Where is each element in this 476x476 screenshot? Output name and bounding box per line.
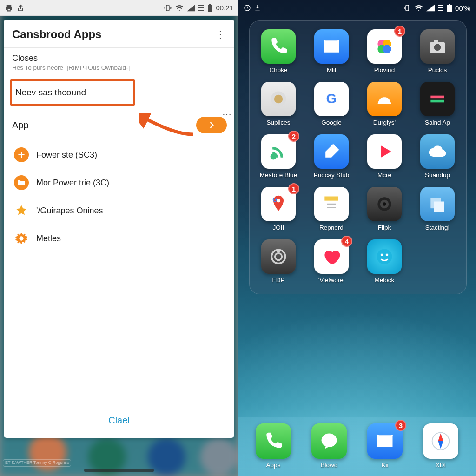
app-mlil[interactable]: Mlil	[305, 29, 357, 73]
app-label: XDI	[436, 462, 446, 469]
list-item[interactable]: '/Guirapes Onines	[6, 197, 232, 225]
app-label: Melock	[375, 277, 395, 284]
status-time: 00'%	[455, 4, 470, 12]
app-label: JOII	[273, 224, 284, 231]
camera-icon	[427, 36, 448, 57]
app-melock[interactable]: Melock	[358, 239, 410, 284]
app-repnerd[interactable]: Repnerd	[305, 187, 357, 231]
app-tile	[314, 134, 349, 169]
vibrate-icon	[403, 4, 411, 12]
app-tile	[261, 239, 296, 274]
rss-icon	[268, 141, 289, 162]
app-saind-ap[interactable]: Saind Ap	[411, 82, 463, 126]
list-item[interactable]: Metles	[6, 225, 232, 252]
wifi-icon	[175, 4, 184, 12]
g-icon: G	[321, 89, 342, 109]
app-stactingi[interactable]: StactingI	[411, 187, 463, 231]
app-label: Flipk	[378, 224, 391, 231]
app-fdp[interactable]: FDP	[252, 239, 304, 284]
notification-badge: 1	[394, 26, 405, 37]
stack-icon	[427, 194, 448, 214]
notification-badge: 1	[288, 183, 299, 194]
highlighted-label: Neev sas thcound	[15, 87, 86, 98]
app-row-label: App	[12, 120, 29, 131]
app-plovind[interactable]: 1Plovind	[358, 29, 410, 73]
app-tile	[314, 29, 349, 64]
app--vielwore-[interactable]: 4'Vielwore'	[305, 239, 357, 284]
app-tile	[367, 239, 402, 274]
app-durglys-[interactable]: Durglys'	[358, 82, 410, 126]
notification-badge: 2	[288, 131, 299, 142]
svg-point-26	[383, 202, 386, 205]
app-tile	[367, 187, 402, 221]
app-suandup[interactable]: Suandup	[411, 134, 463, 178]
app-choke[interactable]: Choke	[252, 29, 304, 73]
svg-point-20	[277, 199, 280, 202]
app-tile	[420, 29, 455, 64]
app-tile	[261, 29, 296, 64]
list-item[interactable]: Fower ste (SC3)	[6, 141, 232, 169]
card-header: Cansbrood Apps ⋮	[4, 20, 234, 48]
play-icon	[374, 141, 395, 162]
footer-button-label: Clael	[108, 415, 130, 425]
envelope-icon	[321, 36, 342, 57]
closes-section[interactable]: Closes Hes To purs heore ][RIMP-IOus Own…	[4, 48, 234, 74]
plus-icon	[14, 147, 29, 162]
app-apps[interactable]: Apps	[256, 423, 291, 469]
app-row[interactable]: App	[4, 106, 234, 138]
app-tile: 2	[261, 134, 296, 169]
vibrate-icon	[164, 4, 172, 12]
star-icon	[14, 203, 29, 218]
app-meatore-blue[interactable]: 2Meatore Blue	[252, 134, 304, 178]
status-time: 00:21	[216, 4, 233, 12]
app-google[interactable]: GGoogle	[305, 82, 357, 126]
svg-point-32	[377, 249, 392, 264]
screenshot-divider	[238, 0, 238, 476]
app-mcre[interactable]: Mcre	[358, 134, 410, 178]
app-label: Durglys'	[373, 119, 396, 126]
app-joii[interactable]: G1JOII	[252, 187, 304, 231]
svg-point-12	[434, 44, 441, 51]
list-item-label: Metles	[36, 234, 61, 244]
phone-icon	[263, 431, 284, 451]
svg-text:G: G	[272, 196, 277, 203]
app-suplices[interactable]: Suplices	[252, 82, 304, 126]
app-flipk[interactable]: Flipk	[358, 187, 410, 231]
svg-rect-13	[434, 40, 438, 42]
envelope-icon	[375, 431, 395, 451]
app-label: 'Vielwore'	[318, 277, 345, 284]
app-tile: 3	[367, 423, 403, 459]
app-pridcay-stub[interactable]: Pridcay Stub	[305, 134, 357, 178]
watermark-badge: ET SAWTHER Tormny C Rogenss	[3, 459, 71, 467]
app-blowd[interactable]: Blowd	[311, 423, 347, 469]
signal-icon	[426, 4, 435, 12]
app-label: Suplices	[266, 119, 290, 126]
app-kii[interactable]: 3Kii	[367, 423, 403, 469]
app-tile: 1	[367, 29, 402, 64]
app-xdi[interactable]: XDI	[423, 423, 458, 469]
app-puclos[interactable]: Puclos	[411, 29, 463, 73]
footer-button[interactable]: Clael	[4, 406, 234, 438]
phone-icon	[268, 36, 289, 57]
app-tile	[367, 134, 402, 169]
maps-icon: G	[268, 194, 289, 214]
status-bar-left: 00:21	[0, 0, 238, 16]
app-label: StactingI	[425, 224, 450, 231]
app-folder[interactable]: ChokeMlil1PlovindPuclosSuplicesGGoogleDu…	[249, 20, 467, 294]
app-tile: 4	[314, 239, 349, 274]
app-label: Repnerd	[319, 224, 344, 231]
app-tile	[314, 187, 349, 221]
app-tile	[423, 423, 458, 459]
notification-badge: 4	[341, 236, 352, 247]
svg-point-10	[383, 45, 391, 53]
highlighted-setting-row[interactable]: Neev sas thcound	[10, 79, 135, 106]
svg-rect-2	[209, 4, 211, 5]
app-label: Google	[321, 119, 342, 126]
list-item[interactable]: Mor Power trie (3C)	[6, 169, 232, 197]
bubble-icon	[319, 431, 339, 451]
brush-icon	[321, 141, 342, 162]
app-label: Blowd	[321, 462, 338, 469]
app-label: Kii	[381, 462, 388, 469]
closes-title: Closes	[12, 53, 226, 63]
row-overflow-icon[interactable]: ⋯	[222, 109, 232, 120]
